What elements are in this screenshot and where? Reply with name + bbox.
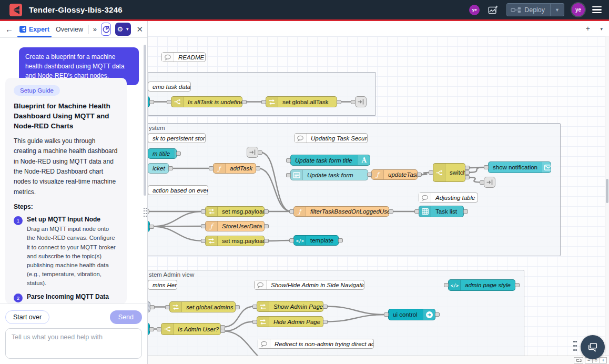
node-adminstyle[interactable]: </>admin page style bbox=[448, 279, 515, 291]
close-panel-icon[interactable]: ✕ bbox=[136, 25, 143, 34]
port[interactable] bbox=[252, 320, 257, 324]
canvas-vertical-scrollbar[interactable] bbox=[605, 36, 609, 356]
port[interactable] bbox=[465, 170, 470, 175]
port[interactable] bbox=[258, 150, 262, 155]
port[interactable] bbox=[167, 100, 171, 104]
flow-list-caret-icon[interactable]: ▾ bbox=[600, 26, 603, 32]
node-tasklist[interactable]: Task list bbox=[419, 206, 464, 217]
team-avatar[interactable]: ye bbox=[469, 5, 480, 15]
port[interactable] bbox=[429, 170, 433, 175]
node-isadmin[interactable]: Is Admin User? bbox=[161, 323, 221, 335]
link-node[interactable] bbox=[484, 177, 495, 188]
comment-node[interactable]: Adjusting table bbox=[419, 193, 478, 203]
port[interactable] bbox=[157, 327, 161, 331]
tab-overview[interactable]: Overview bbox=[55, 21, 84, 37]
comment-node[interactable]: action based on event bbox=[148, 185, 208, 195]
port[interactable] bbox=[149, 327, 154, 331]
help-input[interactable] bbox=[5, 328, 142, 359]
port[interactable] bbox=[417, 173, 422, 177]
port[interactable] bbox=[435, 312, 440, 317]
back-arrow-icon[interactable]: ← bbox=[4, 25, 14, 34]
port[interactable] bbox=[367, 173, 372, 177]
port[interactable] bbox=[465, 175, 470, 179]
port[interactable] bbox=[414, 209, 419, 214]
port[interactable] bbox=[264, 209, 269, 214]
deploy-caret-icon[interactable]: ▼ bbox=[550, 4, 564, 16]
minimap-button[interactable] bbox=[574, 357, 583, 363]
node-setglobalalltask[interactable]: set global.allTask bbox=[266, 96, 337, 107]
panel-scrollbar-thumb[interactable] bbox=[144, 45, 146, 196]
node-notif[interactable]: show notification bbox=[488, 161, 551, 173]
node-ticket[interactable]: icket bbox=[148, 163, 169, 174]
node-formtitle[interactable]: m titileA bbox=[148, 148, 177, 159]
port[interactable] bbox=[323, 305, 328, 309]
port[interactable] bbox=[264, 239, 269, 243]
port[interactable] bbox=[235, 305, 240, 309]
zoom-in-button[interactable]: + bbox=[600, 357, 607, 363]
port[interactable] bbox=[338, 238, 343, 242]
port[interactable] bbox=[484, 165, 489, 169]
send-button[interactable]: Send bbox=[110, 310, 142, 324]
support-chat-button[interactable] bbox=[581, 335, 605, 359]
node-setmsg2[interactable]: set msg.payload bbox=[205, 236, 265, 246]
port[interactable] bbox=[261, 100, 266, 104]
port[interactable] bbox=[289, 209, 294, 214]
port[interactable] bbox=[389, 209, 393, 214]
more-tabs-chevrons[interactable]: » bbox=[93, 25, 97, 33]
node-uicontrol[interactable]: ui control bbox=[388, 309, 435, 320]
port[interactable] bbox=[337, 100, 341, 104]
node-isalltask[interactable]: Is allTask is undefined bbox=[171, 96, 242, 107]
node-template[interactable]: </>template bbox=[293, 235, 339, 246]
node-setadmins[interactable]: set global.admins bbox=[169, 301, 236, 312]
node-filter[interactable]: ƒfilterTaskBasedOnLoggedUser bbox=[293, 206, 389, 217]
comment-node[interactable]: sk to persistent storage bbox=[148, 133, 206, 143]
port[interactable] bbox=[286, 173, 291, 177]
port[interactable] bbox=[465, 166, 470, 170]
node-updform[interactable]: Update task form bbox=[290, 169, 368, 180]
node-addtask[interactable]: ƒaddTask bbox=[213, 163, 256, 174]
port[interactable] bbox=[515, 283, 520, 287]
port[interactable] bbox=[176, 151, 181, 156]
scrollbar-thumb[interactable] bbox=[606, 179, 608, 203]
port[interactable] bbox=[444, 283, 449, 287]
node-showadmin[interactable]: Show Admin Page bbox=[257, 301, 323, 312]
user-avatar[interactable]: ye bbox=[572, 3, 585, 16]
hamburger-menu-icon[interactable] bbox=[592, 6, 602, 14]
comment-node[interactable]: emo task data bbox=[148, 82, 191, 92]
add-flow-button[interactable]: + bbox=[586, 24, 590, 33]
port[interactable] bbox=[209, 166, 214, 170]
port[interactable] bbox=[149, 100, 154, 104]
comment-node[interactable]: Redirect is non-admin trying direct acce… bbox=[258, 339, 374, 349]
port[interactable] bbox=[264, 224, 269, 228]
comment-node[interactable]: mins Here bbox=[148, 280, 177, 290]
port[interactable] bbox=[201, 224, 206, 228]
port[interactable] bbox=[256, 166, 260, 170]
panel-resize-grip[interactable] bbox=[143, 208, 147, 218]
port[interactable] bbox=[323, 320, 328, 324]
node-hideadmin[interactable]: Hide Admin Page bbox=[257, 316, 323, 327]
link-node[interactable] bbox=[247, 147, 258, 158]
port[interactable] bbox=[351, 100, 356, 104]
node-updtitle[interactable]: Update task form titleA bbox=[290, 155, 370, 166]
node-group[interactable] bbox=[148, 72, 376, 116]
port[interactable] bbox=[252, 305, 257, 309]
port[interactable] bbox=[168, 166, 173, 170]
comment-node[interactable]: Updating Task Securely bbox=[294, 133, 368, 143]
port[interactable] bbox=[384, 312, 389, 317]
port[interactable] bbox=[201, 209, 206, 214]
node-updatetask[interactable]: ƒupdateTask bbox=[371, 169, 418, 180]
port[interactable] bbox=[150, 305, 155, 309]
node-setmsg1[interactable]: set msg.payload bbox=[205, 206, 265, 217]
port[interactable] bbox=[463, 209, 468, 214]
wire[interactable] bbox=[267, 240, 291, 241]
deploy-button[interactable]: Deploy ▼ bbox=[506, 3, 564, 16]
start-over-button[interactable]: Start over bbox=[5, 310, 49, 324]
port[interactable] bbox=[220, 329, 225, 333]
link-node[interactable] bbox=[355, 96, 367, 107]
widget-drag-handle[interactable] bbox=[573, 341, 580, 353]
tab-expert[interactable]: Expert bbox=[18, 21, 50, 37]
node-store[interactable]: ƒStoreUserData bbox=[205, 221, 265, 231]
dashboard-pie-button[interactable] bbox=[101, 23, 111, 36]
flow-canvas[interactable]: ystemstem Admin viewREADMEemo task datas… bbox=[147, 36, 605, 356]
port[interactable] bbox=[480, 180, 484, 185]
